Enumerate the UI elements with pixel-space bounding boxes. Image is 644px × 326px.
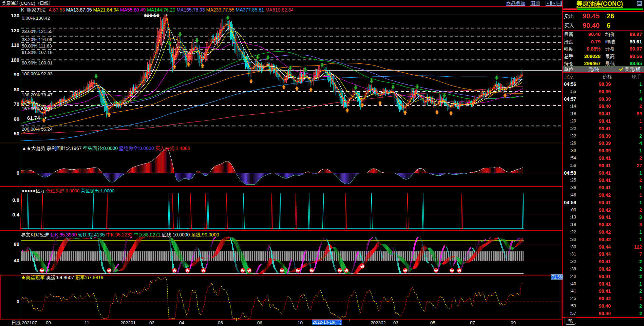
- svg-text:130.50: 130.50: [144, 12, 159, 18]
- svg-text:61.74: 61.74: [27, 115, 40, 121]
